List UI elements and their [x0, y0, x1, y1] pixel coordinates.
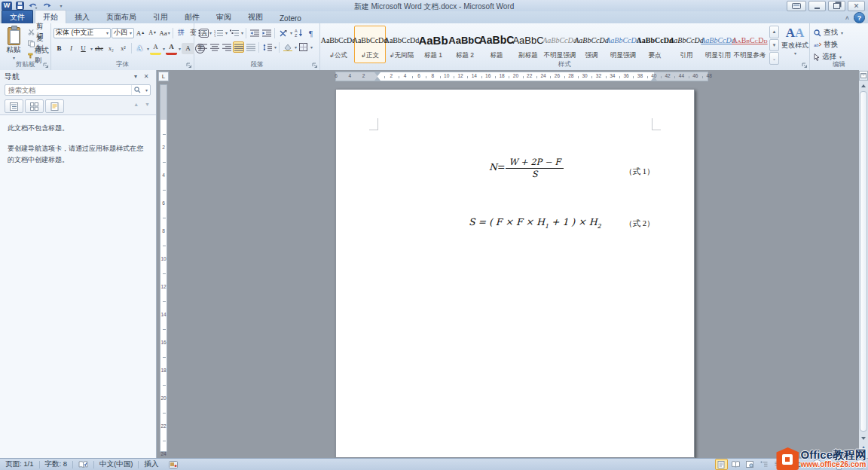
replace-button[interactable]: ab 替换	[814, 40, 838, 50]
document-search-box[interactable]: ▾	[5, 84, 151, 96]
numbering-dropdown[interactable]: ▾	[225, 30, 228, 35]
scrollbar-thumb[interactable]	[860, 91, 867, 432]
tab-页面布局[interactable]: 页面布局	[98, 10, 145, 23]
style-chip-1[interactable]: AaBbCcDd↲公式	[322, 26, 354, 63]
paragraph-dialog-launcher[interactable]	[312, 63, 318, 69]
italic-button[interactable]: I	[66, 43, 77, 54]
shading-button[interactable]	[282, 41, 293, 53]
ruler-toggle-button[interactable]	[859, 71, 868, 81]
style-chip-3[interactable]: AaBbCcDd↲无间隔	[386, 26, 417, 63]
bullets-button[interactable]	[197, 27, 208, 38]
style-chip-13[interactable]: AaBbCcDd明显引用	[702, 26, 734, 63]
highlight-dropdown[interactable]: ▾	[163, 46, 165, 51]
change-case-button[interactable]: Aa▾	[159, 27, 170, 38]
insert-mode-indicator[interactable]: 插入	[139, 459, 164, 469]
style-chip-10[interactable]: AaBbCcDd明显强调	[607, 26, 639, 63]
style-chip-6[interactable]: AaBbC标题	[481, 26, 512, 63]
web-layout-view-button[interactable]	[744, 459, 756, 470]
tab-视图[interactable]: 视图	[240, 10, 271, 23]
style-chip-2[interactable]: AaBbCcDd↲正文	[354, 26, 386, 63]
change-styles-button[interactable]: AA 更改样式 ▾	[781, 26, 808, 65]
document-page[interactable]: N=W + 2P − FS （式 1） S = ( F × F × H1 + 1…	[335, 89, 695, 458]
grow-font-button[interactable]: A▲	[135, 27, 146, 38]
print-layout-view-button[interactable]	[715, 459, 728, 470]
page-number-indicator[interactable]: 页面: 1/1	[0, 459, 39, 469]
right-indent-marker[interactable]	[651, 77, 657, 81]
equation-2[interactable]: S = ( F × F × H1 + 1 ) × H2	[469, 216, 601, 230]
align-center-button[interactable]	[209, 41, 220, 53]
tab-引用[interactable]: 引用	[145, 10, 176, 23]
strikethrough-button[interactable]: abc	[93, 43, 105, 54]
text-effects-dropdown[interactable]: ▾	[147, 46, 149, 51]
navigation-pane-options-icon[interactable]: ▾	[130, 72, 141, 81]
tab-stop-selector[interactable]: L	[158, 72, 169, 81]
font-color-button[interactable]: A	[166, 41, 177, 55]
sort-button[interactable]: AZ	[293, 27, 304, 38]
vertical-scrollbar[interactable]: ▲▲ ●	[859, 70, 868, 458]
nav-previous-icon[interactable]: ▲	[133, 102, 139, 107]
style-chip-11[interactable]: AaBbCcDd要点	[639, 26, 671, 63]
justify-button[interactable]	[233, 41, 244, 53]
style-chip-9[interactable]: AaBbCcDd强调	[576, 26, 607, 63]
increase-indent-button[interactable]	[261, 27, 272, 38]
line-spacing-button[interactable]	[261, 41, 273, 53]
search-input[interactable]	[5, 87, 131, 94]
underline-dropdown[interactable]: ▾	[90, 46, 93, 51]
full-screen-reading-view-button[interactable]	[729, 459, 742, 470]
browse-pages-tab[interactable]	[25, 99, 44, 113]
tab-file[interactable]: 文件	[2, 10, 33, 23]
multilevel-list-button[interactable]	[228, 27, 240, 38]
first-line-indent-marker[interactable]	[374, 72, 381, 76]
ribbon-options-button[interactable]	[787, 1, 806, 11]
style-chip-4[interactable]: AaBb标题 1	[417, 26, 449, 63]
font-dialog-launcher[interactable]	[186, 63, 192, 69]
clipboard-dialog-launcher[interactable]	[43, 63, 49, 69]
tab-Zotero[interactable]: Zotero	[271, 12, 310, 23]
help-icon[interactable]: ?	[854, 12, 865, 23]
borders-button[interactable]	[298, 41, 309, 53]
shading-dropdown[interactable]: ▾	[295, 44, 297, 50]
hanging-indent-marker[interactable]	[374, 77, 381, 81]
phonetic-guide-icon[interactable]: 拼	[176, 27, 187, 38]
highlight-color-button[interactable]: A	[150, 41, 161, 55]
search-icon[interactable]	[131, 85, 142, 95]
line-spacing-dropdown[interactable]: ▾	[274, 44, 277, 50]
font-size-select[interactable]: 小四▾	[112, 28, 134, 38]
format-painter-button[interactable]: 格式刷	[26, 50, 50, 61]
tab-审阅[interactable]: 审阅	[208, 10, 240, 23]
numbering-button[interactable]: 123	[212, 27, 224, 38]
bold-button[interactable]: B	[53, 43, 65, 54]
word-count-indicator[interactable]: 字数: 8	[40, 459, 73, 469]
style-chip-14[interactable]: AaBbCcDd不明显参考	[734, 26, 766, 63]
align-left-button[interactable]	[197, 41, 208, 53]
gallery-scroll-up-icon[interactable]: ▲	[769, 26, 779, 38]
show-hide-marks-button[interactable]: ¶	[305, 27, 316, 38]
text-effects-button[interactable]: A	[134, 43, 145, 54]
scroll-up-icon[interactable]	[859, 81, 868, 90]
search-options-dropdown[interactable]: ▾	[142, 85, 150, 95]
equation-1[interactable]: N=W + 2P − FS	[489, 157, 564, 179]
font-name-select[interactable]: 宋体 (中文正▾	[53, 28, 111, 38]
asian-layout-dropdown[interactable]: ▾	[290, 30, 292, 35]
macro-recording-icon[interactable]	[164, 461, 183, 468]
align-right-button[interactable]	[221, 41, 232, 53]
horizontal-ruler[interactable]: 6422468101214161820222426283032343638404…	[335, 72, 708, 81]
bullets-dropdown[interactable]: ▾	[209, 30, 212, 35]
find-button[interactable]: 查找▾	[814, 28, 843, 38]
scroll-down-icon[interactable]	[859, 434, 868, 443]
tab-插入[interactable]: 插入	[66, 10, 98, 23]
gallery-scroll-down-icon[interactable]: ▼	[769, 39, 779, 52]
decrease-indent-button[interactable]	[249, 27, 260, 38]
style-chip-7[interactable]: AaBbC副标题	[512, 26, 544, 63]
styles-dialog-launcher[interactable]	[802, 63, 808, 69]
vertical-ruler[interactable]: 24681012141618202224	[160, 84, 167, 452]
minimize-button[interactable]	[808, 1, 826, 11]
outline-view-button[interactable]	[758, 459, 771, 470]
style-chip-5[interactable]: AaBbC标题 2	[449, 26, 481, 63]
multilevel-dropdown[interactable]: ▾	[241, 30, 243, 35]
language-indicator[interactable]: 中文(中国)	[94, 459, 138, 469]
borders-dropdown[interactable]: ▾	[310, 44, 313, 50]
font-color-dropdown[interactable]: ▾	[179, 46, 181, 51]
asian-layout-button[interactable]	[277, 27, 289, 38]
style-chip-12[interactable]: AaBbCcDd引用	[671, 26, 702, 63]
